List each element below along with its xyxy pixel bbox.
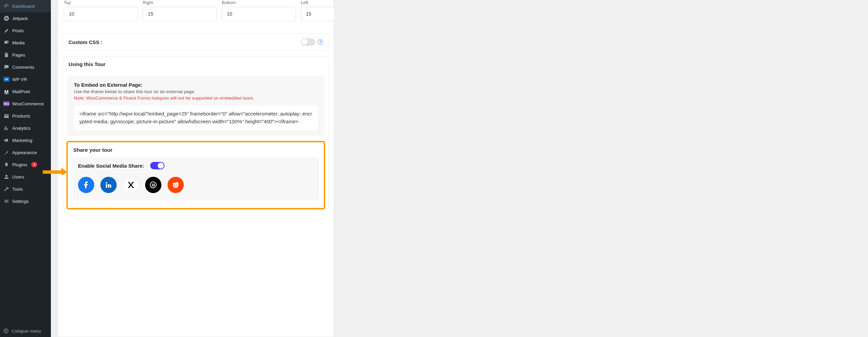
settings-icon (3, 198, 9, 204)
gauge-icon (3, 3, 9, 9)
svg-point-1 (4, 329, 8, 333)
email-share-button[interactable] (145, 177, 161, 193)
products-icon (3, 113, 9, 119)
comment-icon (3, 64, 9, 70)
svg-point-0 (4, 16, 9, 21)
sidebar-item-comments[interactable]: Comments (0, 61, 51, 73)
user-icon (3, 174, 9, 180)
share-panel: Enable Social Media Share: (73, 157, 319, 201)
sidebar-item-label: WooCommerce (12, 101, 44, 106)
megaphone-icon (3, 137, 9, 143)
x-share-button[interactable] (123, 177, 139, 193)
padding-top-input[interactable] (64, 7, 138, 21)
padding-right-input[interactable] (143, 7, 217, 21)
iframe-code[interactable]: <iframe src="http://wpvr.local/?embed_pa… (74, 105, 318, 130)
media-icon (3, 40, 9, 46)
sidebar-item-products[interactable]: Products (0, 110, 51, 122)
sidebar-item-label: Appearance (12, 150, 37, 155)
embed-title: To Embed on External Page: (74, 82, 318, 88)
main-area: Top Right Bottom Left Custom CSS : ? Usi… (51, 0, 868, 337)
empty-area (334, 0, 868, 337)
sidebar-item-mailpoet[interactable]: MMailPoet (0, 85, 51, 98)
embed-section: To Embed on External Page: Use the ifram… (67, 76, 324, 136)
pin-icon (3, 27, 9, 34)
sidebar-item-label: Comments (12, 65, 34, 70)
padding-row: Top Right Bottom Left (58, 0, 334, 28)
jetpack-icon (3, 15, 9, 21)
custom-css-card: Custom CSS : ? (63, 33, 329, 51)
sidebar-item-label: Media (12, 40, 25, 45)
share-title: Share your tour (73, 147, 319, 157)
sidebar-item-analytics[interactable]: Analytics (0, 122, 51, 134)
sidebar-item-label: Plugins (12, 162, 27, 167)
padding-bottom-input[interactable] (222, 7, 296, 21)
plugin-icon (3, 162, 9, 168)
wpvr-icon: VR (3, 76, 9, 82)
padding-top-label: Top (64, 0, 138, 5)
sidebar-item-posts[interactable]: Posts (0, 24, 51, 37)
sidebar-item-woocommerce[interactable]: WooWooCommerce (0, 98, 51, 110)
padding-right-label: Right (143, 0, 217, 5)
linkedin-share-button[interactable] (100, 177, 117, 193)
sidebar-item-tools[interactable]: Tools (0, 183, 51, 195)
content-panel: Top Right Bottom Left Custom CSS : ? Usi… (58, 0, 334, 337)
brush-icon (3, 149, 9, 155)
sidebar-item-wpvr[interactable]: VRWP VR (0, 73, 51, 85)
svg-point-6 (173, 183, 174, 184)
sidebar-item-label: Dashboard (12, 4, 35, 9)
sidebar-item-label: Analytics (12, 126, 31, 131)
analytics-icon (3, 125, 9, 131)
enable-share-label: Enable Social Media Share: (78, 163, 144, 169)
sidebar-item-jetpack[interactable]: Jetpack (0, 12, 51, 24)
reddit-icon (172, 181, 180, 189)
svg-point-5 (177, 183, 179, 184)
using-tour-card: Using this Tour To Embed on External Pag… (63, 56, 329, 210)
svg-point-4 (176, 185, 177, 186)
custom-css-label: Custom CSS : (68, 39, 102, 45)
x-icon (127, 181, 135, 189)
collapse-label: Collapse menu (12, 329, 41, 334)
page-icon (3, 52, 9, 58)
linkedin-icon (104, 181, 113, 189)
sidebar-item-label: Jetpack (12, 16, 28, 21)
social-icons-row (78, 177, 314, 193)
padding-bottom-label: Bottom (222, 0, 296, 5)
sidebar-item-label: Products (12, 113, 30, 119)
sidebar-item-label: MailPoet (12, 89, 30, 94)
callout-arrow-icon (43, 166, 67, 176)
sidebar-item-settings[interactable]: Settings (0, 195, 51, 207)
facebook-share-button[interactable] (78, 177, 94, 193)
reddit-share-button[interactable] (167, 177, 184, 193)
sidebar-item-appearance[interactable]: Appearance (0, 146, 51, 159)
enable-share-toggle[interactable] (150, 162, 164, 169)
sidebar-item-label: Tools (12, 187, 23, 192)
sidebar-item-label: Settings (12, 199, 29, 204)
embed-desc: Use the iframe below to share this tour … (74, 89, 318, 94)
sidebar-item-pages[interactable]: Pages (0, 49, 51, 61)
share-highlight: Share your tour Enable Social Media Shar… (66, 141, 325, 209)
wrench-icon (3, 186, 9, 192)
sidebar-item-marketing[interactable]: Marketing (0, 134, 51, 146)
sidebar-item-label: Posts (12, 28, 24, 33)
sidebar-item-label: Pages (12, 52, 25, 58)
sidebar-item-label: WP VR (12, 77, 27, 82)
help-icon[interactable]: ? (318, 39, 323, 45)
facebook-icon (82, 181, 90, 189)
embed-note: Note: WooCommerce & Fluent Forms hotspot… (74, 96, 318, 101)
woo-icon: Woo (3, 101, 9, 107)
collapse-menu-button[interactable]: Collapse menu (0, 325, 51, 337)
sidebar-item-label: Marketing (12, 138, 32, 143)
using-tour-title: Using this Tour (68, 61, 105, 67)
sidebar-item-media[interactable]: Media (0, 37, 51, 49)
sidebar-item-dashboard[interactable]: Dashboard (0, 0, 51, 12)
sidebar-item-label: Users (12, 174, 24, 180)
svg-point-3 (174, 185, 175, 186)
plugins-badge: 4 (31, 162, 37, 167)
at-icon (149, 181, 157, 189)
mailpoet-icon: M (3, 88, 9, 94)
custom-css-toggle[interactable] (301, 38, 315, 46)
